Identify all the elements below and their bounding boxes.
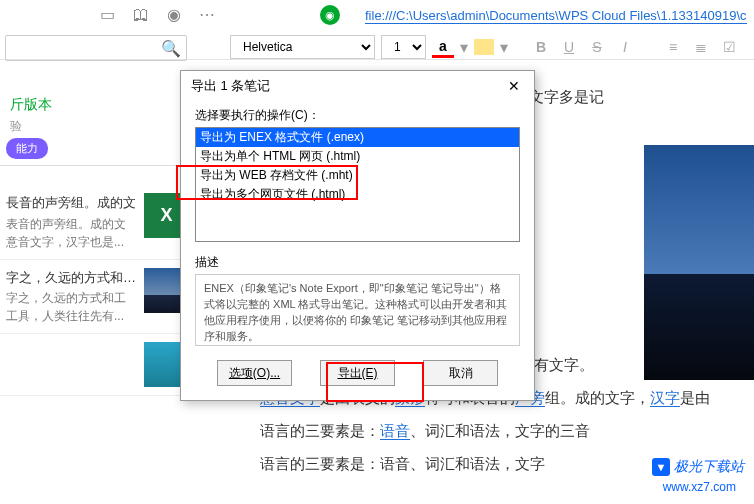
watermark: ▼ 极光下载站 (652, 458, 744, 476)
search-input[interactable]: 🔍 (5, 35, 187, 61)
list-num-button[interactable]: ≣ (690, 36, 712, 58)
desc-label: 描述 (195, 254, 520, 271)
dialog-title: 导出 1 条笔记 (191, 77, 270, 95)
italic-button[interactable]: I (614, 36, 636, 58)
list-bullet-button[interactable]: ≡ (662, 36, 684, 58)
list-option[interactable]: 导出为多个网页文件 (.html) (196, 185, 519, 204)
highlight-button[interactable] (474, 39, 494, 55)
note-title: 長音的声旁组。成的文 (6, 193, 138, 213)
list-option[interactable]: 导出为 WEB 存档文件 (.mht) (196, 166, 519, 185)
cancel-button[interactable]: 取消 (423, 360, 498, 386)
list-option[interactable]: 导出为 ENEX 格式文件 (.enex) (196, 128, 519, 147)
search-icon: 🔍 (161, 39, 181, 58)
list-item[interactable] (0, 334, 195, 396)
list-option[interactable]: 导出为单个 HTML 网页 (.html) (196, 147, 519, 166)
upgrade-sub: 验 (10, 118, 125, 135)
watermark-icon: ▼ (652, 458, 670, 476)
underline-button[interactable]: U (558, 36, 580, 58)
ability-badge[interactable]: 能力 (6, 138, 48, 159)
list-item[interactable]: 長音的声旁组。成的文 表音的声旁组。成的文 意音文字，汉字也是... (0, 185, 195, 260)
separator (0, 165, 195, 166)
note-list: 長音的声旁组。成的文 表音的声旁组。成的文 意音文字，汉字也是... 字之，久远… (0, 185, 195, 396)
left-panel: 🔍 斤版本 验 能力 長音的声旁组。成的文 表音的声旁组。成的文 意音文字，汉字… (0, 0, 195, 504)
watermark-url: www.xz7.com (663, 480, 736, 494)
options-button[interactable]: 选项(O)... (217, 360, 292, 386)
link[interactable]: 语音 (380, 422, 410, 440)
upgrade-banner[interactable]: 斤版本 验 (0, 90, 135, 141)
close-icon[interactable]: ✕ (504, 78, 524, 94)
sync-icon[interactable]: ◉ (320, 5, 340, 25)
font-family-select[interactable]: Helvetica (230, 35, 375, 59)
export-dialog: 导出 1 条笔记 ✕ 选择要执行的操作(C)： 导出为 ENEX 格式文件 (.… (180, 70, 535, 401)
action-listbox[interactable]: 导出为 ENEX 格式文件 (.enex) 导出为单个 HTML 网页 (.ht… (195, 127, 520, 242)
list-item[interactable]: 字之，久远的方式和工... 字之，久远的方式和工 工具，人类往往先有... (0, 260, 195, 335)
file-url[interactable]: file:///C:\Users\admin\Documents\WPS Clo… (365, 8, 747, 24)
select-label: 选择要执行的操作(C)： (195, 107, 520, 124)
font-size-select[interactable]: 14 (381, 35, 426, 59)
upgrade-title: 斤版本 (10, 96, 125, 114)
dialog-titlebar: 导出 1 条笔记 ✕ (181, 71, 534, 101)
link[interactable]: 汉字 (650, 389, 680, 407)
note-title: 字之，久远的方式和工... (6, 268, 138, 288)
more-icon[interactable]: ⋯ (199, 5, 215, 24)
format-toolbar: Helvetica 14 a ▾ ▾ B U S I ≡ ≣ ☑ (230, 35, 740, 59)
desc-text: ENEX（印象笔记's Note Export，即"印象笔记 笔记导出"）格式将… (195, 274, 520, 346)
strike-button[interactable]: S (586, 36, 608, 58)
export-button[interactable]: 导出(E) (320, 360, 395, 386)
font-color-button[interactable]: a (432, 36, 454, 58)
check-button[interactable]: ☑ (718, 36, 740, 58)
bold-button[interactable]: B (530, 36, 552, 58)
content-image (644, 145, 754, 380)
